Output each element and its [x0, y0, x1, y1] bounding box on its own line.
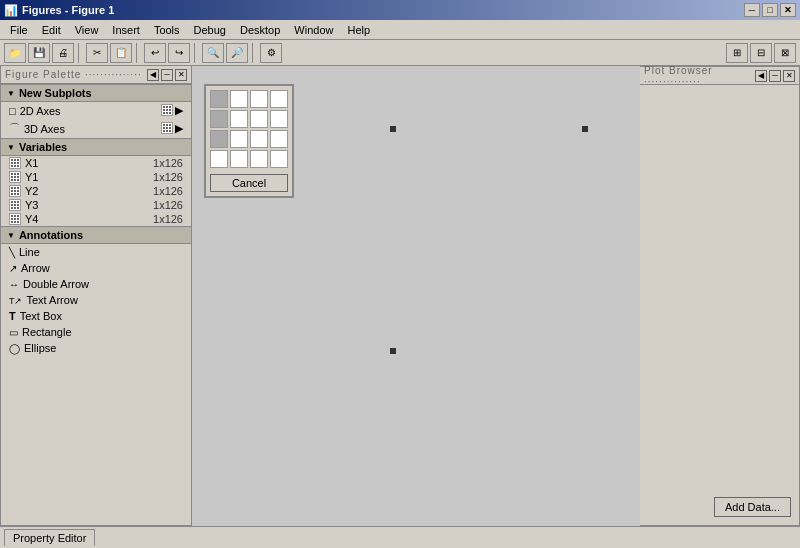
- arrow-icon: [9, 262, 17, 274]
- toolbar-open[interactable]: 📁: [4, 43, 26, 63]
- maximize-button[interactable]: □: [762, 3, 778, 17]
- palette-minimize-button[interactable]: ─: [161, 69, 173, 81]
- main-area: Figure Palette ··············· ◀ ─ ✕ New…: [0, 66, 800, 526]
- toolbar-zoom-out[interactable]: 🔎: [226, 43, 248, 63]
- toolbar-settings[interactable]: ⚙: [260, 43, 282, 63]
- toolbar-cut[interactable]: ✂: [86, 43, 108, 63]
- menu-debug[interactable]: Debug: [188, 22, 232, 38]
- subplot-cell-2-2[interactable]: [250, 130, 268, 148]
- variable-y1[interactable]: Y1 1x126: [1, 170, 191, 184]
- corner-marker-tl: [390, 126, 396, 132]
- corner-marker-tm: [582, 126, 588, 132]
- minimize-button[interactable]: ─: [744, 3, 760, 17]
- title-bar: 📊 Figures - Figure 1 ─ □ ✕: [0, 0, 800, 20]
- variable-y3-icon: [9, 199, 21, 211]
- 3d-axes-expand-icon: ▶: [175, 122, 183, 135]
- annotation-text-arrow[interactable]: Text Arrow: [1, 292, 191, 308]
- subplot-cell-0-3[interactable]: [270, 90, 288, 108]
- toolbar-sep4: [252, 43, 256, 63]
- cancel-button[interactable]: Cancel: [210, 174, 288, 192]
- subplot-cell-1-0[interactable]: [210, 110, 228, 128]
- plot-browser-pin-button[interactable]: ◀: [755, 70, 767, 82]
- subplot-cell-3-2[interactable]: [250, 150, 268, 168]
- canvas-area[interactable]: Cancel: [192, 66, 640, 526]
- variable-x1[interactable]: X1 1x126: [1, 156, 191, 170]
- subplot-cell-0-2[interactable]: [250, 90, 268, 108]
- palette-close-button[interactable]: ✕: [175, 69, 187, 81]
- figure-palette-titlebar: Figure Palette ··············· ◀ ─ ✕: [1, 66, 191, 84]
- subplot-cell-3-3[interactable]: [270, 150, 288, 168]
- subplots-section-header[interactable]: New Subplots: [1, 84, 191, 102]
- figure-palette: Figure Palette ··············· ◀ ─ ✕ New…: [0, 66, 192, 526]
- menu-edit[interactable]: Edit: [36, 22, 67, 38]
- subplot-cell-3-1[interactable]: [230, 150, 248, 168]
- subplot-cell-2-0[interactable]: [210, 130, 228, 148]
- annotation-text-box[interactable]: Text Box: [1, 308, 191, 324]
- subplot-cell-0-1[interactable]: [230, 90, 248, 108]
- toolbar-save[interactable]: 💾: [28, 43, 50, 63]
- variable-y2-icon: [9, 185, 21, 197]
- toolbar-layout1[interactable]: ⊞: [726, 43, 748, 63]
- corner-marker-ml: [390, 348, 396, 354]
- status-bar: Property Editor: [0, 526, 800, 548]
- toolbar-layout3[interactable]: ⊠: [774, 43, 796, 63]
- 2d-axes-expand-icon: ▶: [175, 104, 183, 117]
- add-data-button[interactable]: Add Data...: [714, 497, 791, 517]
- menu-window[interactable]: Window: [288, 22, 339, 38]
- app-icon: 📊: [4, 4, 18, 17]
- plot-browser-minimize-button[interactable]: ─: [769, 70, 781, 82]
- subplot-popup: Cancel: [204, 84, 294, 198]
- 3d-axes-icon: [9, 121, 20, 136]
- toolbar-redo[interactable]: ↪: [168, 43, 190, 63]
- subplot-cell-1-2[interactable]: [250, 110, 268, 128]
- annotation-rectangle[interactable]: Rectangle: [1, 324, 191, 340]
- menu-bar: File Edit View Insert Tools Debug Deskto…: [0, 20, 800, 40]
- toolbar-layout2[interactable]: ⊟: [750, 43, 772, 63]
- 3d-axes-grid-button[interactable]: ▶: [161, 122, 183, 135]
- subplot-cell-0-0[interactable]: [210, 90, 228, 108]
- annotation-double-arrow[interactable]: Double Arrow: [1, 276, 191, 292]
- plot-browser-close-button[interactable]: ✕: [783, 70, 795, 82]
- 2d-axes-item[interactable]: 2D Axes ▶: [1, 102, 191, 119]
- figure-palette-title: Figure Palette ···············: [5, 69, 142, 80]
- menu-desktop[interactable]: Desktop: [234, 22, 286, 38]
- toolbar-undo[interactable]: ↩: [144, 43, 166, 63]
- toolbar-sep3: [194, 43, 198, 63]
- toolbar-copy[interactable]: 📋: [110, 43, 132, 63]
- grid-icon-3d: [161, 122, 173, 134]
- plot-browser-titlebar: Plot Browser ··············· ◀ ─ ✕: [640, 67, 799, 85]
- toolbar-print[interactable]: 🖨: [52, 43, 74, 63]
- menu-view[interactable]: View: [69, 22, 105, 38]
- toolbar: 📁 💾 🖨 ✂ 📋 ↩ ↪ 🔍 🔎 ⚙ ⊞ ⊟ ⊠: [0, 40, 800, 66]
- property-editor-tab[interactable]: Property Editor: [4, 529, 95, 546]
- menu-help[interactable]: Help: [341, 22, 376, 38]
- variable-y2[interactable]: Y2 1x126: [1, 184, 191, 198]
- menu-file[interactable]: File: [4, 22, 34, 38]
- title-bar-controls: ─ □ ✕: [744, 3, 796, 17]
- annotation-line[interactable]: Line: [1, 244, 191, 260]
- menu-tools[interactable]: Tools: [148, 22, 186, 38]
- variable-y4[interactable]: Y4 1x126: [1, 212, 191, 226]
- subplot-cell-1-3[interactable]: [270, 110, 288, 128]
- close-button[interactable]: ✕: [780, 3, 796, 17]
- palette-pin-button[interactable]: ◀: [147, 69, 159, 81]
- subplot-cell-1-1[interactable]: [230, 110, 248, 128]
- 3d-axes-item[interactable]: 3D Axes ▶: [1, 119, 191, 138]
- annotations-section-header[interactable]: Annotations: [1, 226, 191, 244]
- variables-section-header[interactable]: Variables: [1, 138, 191, 156]
- subplot-cell-2-3[interactable]: [270, 130, 288, 148]
- subplot-cell-2-1[interactable]: [230, 130, 248, 148]
- plot-browser-content: Add Data...: [640, 85, 799, 525]
- window-title: Figures - Figure 1: [22, 4, 114, 16]
- annotation-arrow[interactable]: Arrow: [1, 260, 191, 276]
- variable-y3[interactable]: Y3 1x126: [1, 198, 191, 212]
- toolbar-zoom-in[interactable]: 🔍: [202, 43, 224, 63]
- menu-insert[interactable]: Insert: [106, 22, 146, 38]
- double-arrow-icon: [9, 278, 19, 290]
- rectangle-icon: [9, 326, 18, 338]
- 2d-axes-grid-button[interactable]: ▶: [161, 104, 183, 117]
- annotation-ellipse[interactable]: Ellipse: [1, 340, 191, 356]
- grid-icon-2d: [161, 104, 173, 116]
- text-box-icon: [9, 310, 16, 322]
- subplot-cell-3-0[interactable]: [210, 150, 228, 168]
